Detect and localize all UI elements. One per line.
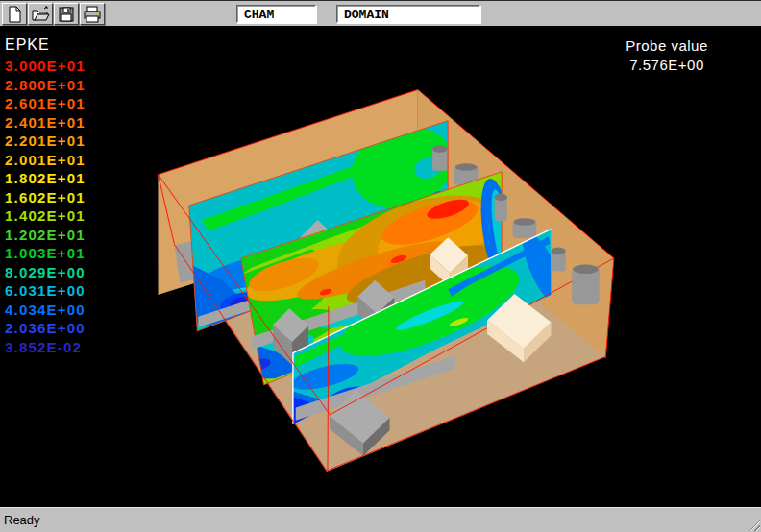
legend-entry: 2.001E+01: [5, 151, 86, 170]
legend-title: EPKE: [5, 36, 86, 54]
legend-entry: 1.802E+01: [5, 169, 86, 188]
probe-label: Probe value: [609, 36, 724, 56]
legend-entry: 3.852E-02: [5, 338, 86, 357]
probe-readout: Probe value 7.576E+00: [609, 36, 724, 75]
legend-rows: 3.000E+012.800E+012.601E+012.401E+012.20…: [5, 57, 86, 356]
probe-value: 7.576E+00: [609, 56, 724, 75]
legend-entry: 1.602E+01: [5, 188, 86, 207]
domain-field[interactable]: [336, 5, 480, 23]
save-icon: [58, 6, 75, 23]
print-icon: [83, 6, 102, 23]
viewport: EPKE 3.000E+012.800E+012.601E+012.401E+0…: [0, 26, 761, 507]
scene-3d[interactable]: [0, 26, 761, 507]
legend-entry: 3.000E+01: [5, 57, 86, 76]
legend-entry: 2.601E+01: [5, 94, 86, 113]
app-window: EPKE 3.000E+012.800E+012.601E+012.401E+0…: [0, 0, 761, 532]
legend-entry: 2.201E+01: [5, 132, 86, 151]
legend-entry: 1.202E+01: [5, 226, 86, 245]
legend-entry: 2.800E+01: [5, 76, 86, 95]
open-file-button[interactable]: [28, 3, 53, 25]
status-text: Ready: [4, 513, 40, 527]
new-file-icon: [6, 6, 23, 23]
cham-field[interactable]: [236, 5, 316, 23]
legend-entry: 8.029E+00: [5, 263, 86, 282]
save-button[interactable]: [54, 3, 79, 25]
legend-entry: 6.031E+00: [5, 281, 86, 301]
legend-entry: 4.034E+00: [5, 301, 86, 320]
legend-entry: 2.036E+00: [5, 319, 86, 338]
open-folder-icon: [32, 6, 50, 23]
legend-entry: 2.401E+01: [5, 113, 86, 133]
toolbar: [0, 0, 761, 26]
legend-entry: 1.003E+01: [5, 244, 86, 263]
status-bar: Ready: [0, 507, 761, 532]
print-button[interactable]: [80, 3, 105, 25]
color-legend: EPKE 3.000E+012.800E+012.601E+012.401E+0…: [5, 36, 86, 356]
legend-entry: 1.402E+01: [5, 206, 86, 226]
resize-grip[interactable]: [748, 519, 760, 531]
new-file-button[interactable]: [2, 3, 27, 25]
